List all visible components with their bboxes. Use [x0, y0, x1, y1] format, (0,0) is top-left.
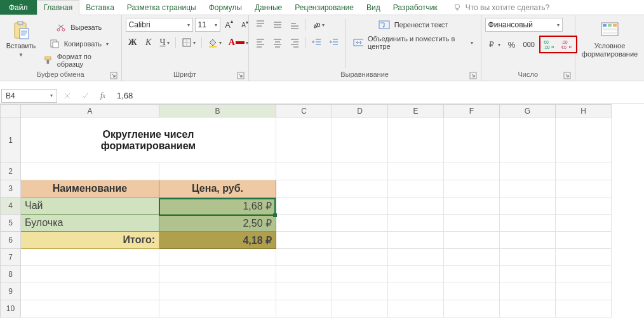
name-box[interactable]: B4▾ — [1, 89, 57, 103]
cell-C9[interactable] — [276, 283, 332, 300]
cell-E10[interactable] — [388, 300, 444, 317]
tab-page-layout[interactable]: Разметка страницы — [121, 0, 203, 15]
formula-input[interactable]: 1,68 — [113, 91, 643, 100]
cell-C7[interactable] — [276, 249, 332, 266]
cell-C3[interactable] — [276, 180, 332, 197]
paste-button[interactable]: Вставить▼ — [4, 18, 38, 59]
cell-A8[interactable] — [21, 266, 159, 283]
tab-insert[interactable]: Вставка — [79, 0, 121, 15]
dialog-launcher-icon[interactable] — [469, 72, 477, 79]
cell-B3[interactable]: Цена, руб. — [159, 180, 276, 197]
cell-E8[interactable] — [388, 266, 444, 283]
cell-B2[interactable] — [159, 163, 276, 180]
col-header-G[interactable]: G — [500, 105, 556, 117]
accounting-format-button[interactable]: ₽▾ — [485, 37, 503, 51]
cell-B7[interactable] — [159, 249, 276, 266]
worksheet[interactable]: A B C D E F G H 1 Округление чисел форма… — [0, 104, 644, 334]
row-header-8[interactable]: 8 — [1, 266, 21, 283]
cell-C1[interactable] — [276, 117, 332, 163]
cell-H9[interactable] — [556, 283, 612, 300]
font-size-combo[interactable]: 11▾ — [195, 18, 220, 32]
dialog-launcher-icon[interactable] — [563, 72, 571, 79]
align-top-button[interactable] — [253, 18, 268, 32]
decrease-decimal-button[interactable]: .00€0 — [559, 37, 575, 51]
align-left-button[interactable] — [253, 36, 268, 50]
cell-E5[interactable] — [388, 215, 444, 232]
cell-G9[interactable] — [500, 283, 556, 300]
cell-H2[interactable] — [556, 163, 612, 180]
cell-H5[interactable] — [556, 215, 612, 232]
cell-E2[interactable] — [388, 163, 444, 180]
cell-C5[interactable] — [276, 215, 332, 232]
orientation-button[interactable]: ab▾ — [309, 18, 327, 32]
col-header-B[interactable]: B — [159, 105, 276, 117]
row-header-6[interactable]: 6 — [1, 232, 21, 249]
tab-home[interactable]: Главная — [37, 0, 80, 15]
cell-B6[interactable]: 4,18 ₽ — [159, 232, 276, 249]
cell-F7[interactable] — [444, 249, 500, 266]
cell-E9[interactable] — [388, 283, 444, 300]
font-name-combo[interactable]: Calibri▾ — [126, 18, 193, 32]
cell-D2[interactable] — [332, 163, 388, 180]
cell-F6[interactable] — [444, 232, 500, 249]
increase-decimal-button[interactable]: €0.00 — [541, 37, 558, 51]
cell-C4[interactable] — [276, 197, 332, 215]
cell-E7[interactable] — [388, 249, 444, 266]
cell-F1[interactable] — [444, 117, 500, 163]
cell-B8[interactable] — [159, 266, 276, 283]
cell-C10[interactable] — [276, 300, 332, 317]
dialog-launcher-icon[interactable] — [237, 72, 245, 79]
cell-G8[interactable] — [500, 266, 556, 283]
column-headers[interactable]: A B C D E F G H — [1, 105, 612, 117]
copy-button[interactable]: Копировать ▾ — [41, 37, 117, 51]
cell-D7[interactable] — [332, 249, 388, 266]
row-header-2[interactable]: 2 — [1, 163, 21, 180]
select-all-corner[interactable] — [1, 105, 21, 117]
row-header-5[interactable]: 5 — [1, 215, 21, 232]
cell-D1[interactable] — [332, 117, 388, 163]
cell-A9[interactable] — [21, 283, 159, 300]
row-header-4[interactable]: 4 — [1, 197, 21, 215]
cell-B5[interactable]: 2,50 ₽ — [159, 215, 276, 232]
fill-handle[interactable] — [273, 213, 277, 217]
cell-H10[interactable] — [556, 300, 612, 317]
cell-A10[interactable] — [21, 300, 159, 317]
col-header-C[interactable]: C — [276, 105, 332, 117]
cell-D6[interactable] — [332, 232, 388, 249]
cell-A4[interactable]: Чай — [21, 197, 159, 215]
col-header-E[interactable]: E — [388, 105, 444, 117]
dialog-launcher-icon[interactable] — [110, 72, 117, 79]
col-header-F[interactable]: F — [444, 105, 500, 117]
insert-function-button[interactable]: fx — [95, 89, 111, 103]
italic-button[interactable]: К — [142, 36, 156, 50]
cell-A5[interactable]: Булочка — [21, 215, 159, 232]
cell-E6[interactable] — [388, 232, 444, 249]
borders-button[interactable]: ▾ — [179, 36, 198, 50]
cell-A2[interactable] — [21, 163, 159, 180]
cell-B9[interactable] — [159, 283, 276, 300]
cell-H1[interactable] — [556, 117, 612, 163]
cell-H8[interactable] — [556, 266, 612, 283]
cell-G1[interactable] — [500, 117, 556, 163]
cell-G2[interactable] — [500, 163, 556, 180]
tab-review[interactable]: Рецензирование — [288, 0, 360, 15]
cell-H4[interactable] — [556, 197, 612, 215]
cell-A1[interactable]: Округление чисел форматированием — [21, 117, 276, 163]
cancel-formula-button[interactable] — [60, 89, 75, 103]
tell-me-search[interactable]: Что вы хотите сделать? — [444, 0, 644, 15]
cell-F10[interactable] — [444, 300, 500, 317]
cell-D5[interactable] — [332, 215, 388, 232]
cell-F4[interactable] — [444, 197, 500, 215]
cell-G6[interactable] — [500, 232, 556, 249]
fill-color-button[interactable]: ▾ — [205, 36, 224, 50]
cell-H6[interactable] — [556, 232, 612, 249]
cell-C6[interactable] — [276, 232, 332, 249]
align-bottom-button[interactable] — [287, 18, 302, 32]
cell-E3[interactable] — [388, 180, 444, 197]
col-header-A[interactable]: A — [21, 105, 159, 117]
cell-G10[interactable] — [500, 300, 556, 317]
cell-H3[interactable] — [556, 180, 612, 197]
cell-D4[interactable] — [332, 197, 388, 215]
cell-C2[interactable] — [276, 163, 332, 180]
number-format-combo[interactable]: Финансовый▾ — [485, 18, 563, 32]
